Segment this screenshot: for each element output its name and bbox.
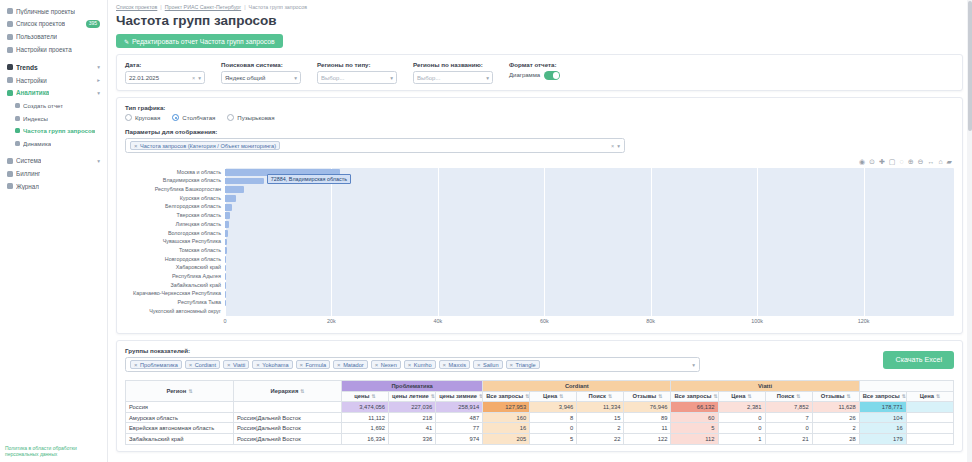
bar-row[interactable] [225, 281, 954, 290]
display-params-select[interactable]: ×Частота запросов (Категория / Объект мо… [125, 138, 625, 153]
sidebar-item-journal[interactable]: Журнал [0, 180, 107, 193]
search-engine-select[interactable]: Яндекс общий ▾ [221, 71, 301, 84]
bar-row[interactable] [225, 185, 954, 194]
remove-tag-icon[interactable]: × [189, 362, 193, 368]
filter-tag[interactable]: ×Nexen [371, 360, 401, 369]
remove-tag-icon[interactable]: × [477, 362, 481, 368]
chart-plot[interactable]: 72884, Владимирская область [225, 168, 954, 316]
pan-icon[interactable]: ✚ [879, 158, 885, 165]
box-select-icon[interactable]: ▢ [889, 158, 896, 165]
edit-report-button[interactable]: ✎ Редактировать отчет Частота групп запр… [116, 34, 283, 48]
filter-tag[interactable]: ×Проблематика [130, 360, 182, 369]
table-row[interactable]: Россия3,474,056227,036258,914127,9533,94… [126, 402, 954, 413]
date-select[interactable]: 22.01.2025 × ▾ [125, 71, 205, 84]
remove-tag-icon[interactable]: × [227, 362, 231, 368]
filter-tag[interactable]: ×Kumho [404, 360, 436, 369]
bar-row[interactable] [225, 212, 954, 221]
remove-tag-icon[interactable]: × [134, 143, 138, 149]
chevron-down-icon[interactable]: ▾ [486, 75, 489, 81]
remove-tag-icon[interactable]: × [510, 362, 514, 368]
sort-icon[interactable]: ⇅ [713, 393, 717, 399]
bar-row[interactable] [225, 203, 954, 212]
sidebar-item-billing[interactable]: Биллинг [0, 167, 107, 180]
sort-icon[interactable]: ⇅ [902, 393, 906, 399]
sort-icon[interactable]: ⇅ [748, 393, 752, 399]
sidebar-item-settings[interactable]: Настройки▸ [0, 74, 107, 87]
bar-row[interactable] [225, 264, 954, 273]
bar-row[interactable] [225, 229, 954, 238]
chevron-down-icon[interactable]: ▾ [692, 362, 695, 368]
column-header[interactable]: Все запросы⇅ [859, 391, 906, 402]
column-header[interactable]: Цена⇅ [718, 391, 765, 402]
diagram-toggle[interactable] [544, 71, 560, 80]
filter-tag[interactable]: ×Formula [296, 360, 331, 369]
sort-icon[interactable]: ⇅ [796, 393, 800, 399]
bar-row[interactable] [225, 272, 954, 281]
bar-row[interactable] [225, 307, 954, 316]
bar-row[interactable] [225, 238, 954, 247]
filter-tag[interactable]: ×Viatti [223, 360, 249, 369]
remove-tag-icon[interactable]: × [300, 362, 304, 368]
bar-row[interactable] [225, 246, 954, 255]
indicator-groups-select[interactable]: ×Проблематика×Cordiant×Viatti×Yokohama×F… [125, 357, 700, 372]
clear-icon[interactable]: × [611, 143, 614, 149]
sidebar-item-indexes[interactable]: Индексы [0, 112, 107, 125]
sort-icon[interactable]: ⇅ [608, 393, 612, 399]
camera-icon[interactable]: ◉ [859, 158, 865, 165]
table-row[interactable]: Еврейская автономная областьРоссия|Дальн… [126, 423, 954, 434]
sidebar-item-project-list[interactable]: Список проектов395 [0, 18, 107, 31]
sort-icon[interactable]: ⇅ [658, 393, 662, 399]
chevron-down-icon[interactable]: ▾ [198, 75, 201, 81]
sidebar-item-request-groups-frequency[interactable]: Частота групп запросов [0, 125, 107, 138]
lasso-icon[interactable]: ◌ [899, 158, 903, 165]
chevron-down-icon[interactable]: ▾ [294, 75, 297, 81]
autoscale-icon[interactable]: ↔ [927, 158, 934, 165]
filter-tag[interactable]: ×Sailun [473, 360, 503, 369]
regions-by-type-select[interactable]: Выбор... ▾ [317, 71, 397, 84]
download-excel-button[interactable]: Скачать Excel [883, 351, 954, 369]
reset-axes-icon[interactable]: ⌂ [938, 158, 942, 165]
remove-tag-icon[interactable]: × [337, 362, 341, 368]
column-header[interactable]: Поиск⇅ [577, 391, 624, 402]
sort-icon[interactable]: ⇅ [372, 393, 376, 399]
chart-type-option[interactable]: Пузырьковая [227, 114, 274, 121]
remove-tag-icon[interactable]: × [408, 362, 412, 368]
regions-by-name-select[interactable]: Выбор... ▾ [413, 71, 493, 84]
column-header[interactable]: Отзывы⇅ [812, 391, 859, 402]
chevron-down-icon[interactable]: ▾ [390, 75, 393, 81]
sidebar-item-project-settings[interactable]: Настройки проекта [0, 43, 107, 56]
chevron-down-icon[interactable]: ▾ [617, 143, 620, 149]
sidebar-item-public-projects[interactable]: Публичные проекты [0, 5, 107, 18]
column-header[interactable]: Иерархия⇅ [234, 381, 342, 402]
bar-row[interactable] [225, 290, 954, 299]
column-header[interactable]: цены зимние⇅ [436, 391, 483, 402]
column-header[interactable]: Все запросы⇅ [483, 391, 530, 402]
remove-tag-icon[interactable]: × [375, 362, 379, 368]
sort-icon[interactable]: ⇅ [300, 388, 304, 394]
plotly-logo-icon[interactable]: ▰ [947, 158, 952, 165]
table-row[interactable]: Забайкальский крайРоссия|Дальний Восток1… [126, 433, 954, 444]
filter-tag[interactable]: ×Yokohama [252, 360, 292, 369]
sidebar-item-dynamics[interactable]: Динамика [0, 137, 107, 150]
chart-type-option[interactable]: Столбчатая [172, 114, 215, 121]
chart-type-option[interactable]: Круговая [125, 114, 160, 121]
table-row[interactable]: Амурская областьРоссия|Дальний Восток11,… [126, 412, 954, 423]
sidebar-item-analytics[interactable]: Аналитика▾ [0, 87, 107, 100]
filter-tag[interactable]: ×Matador [333, 360, 368, 369]
sort-icon[interactable]: ⇅ [936, 393, 940, 399]
column-header[interactable]: Регион⇅ [126, 381, 234, 402]
column-header[interactable]: Отзывы⇅ [624, 391, 671, 402]
sort-icon[interactable]: ⇅ [188, 388, 192, 394]
column-header[interactable]: цены летние⇅ [389, 391, 436, 402]
bar-row[interactable] [225, 220, 954, 229]
sort-icon[interactable]: ⇅ [431, 393, 435, 399]
breadcrumb-item[interactable]: Проект РИАС Санкт-Петербург [165, 4, 242, 10]
filter-tag[interactable]: ×Частота запросов (Категория / Объект мо… [130, 141, 280, 150]
remove-tag-icon[interactable]: × [256, 362, 260, 368]
sidebar-item-trends[interactable]: Trends▾ [0, 61, 107, 74]
remove-tag-icon[interactable]: × [134, 362, 138, 368]
zoom-in-icon[interactable]: ⊕ [908, 158, 914, 165]
column-header[interactable]: Все запросы⇅ [671, 391, 718, 402]
sort-icon[interactable]: ⇅ [525, 393, 529, 399]
sidebar-item-system[interactable]: Система▾ [0, 155, 107, 168]
